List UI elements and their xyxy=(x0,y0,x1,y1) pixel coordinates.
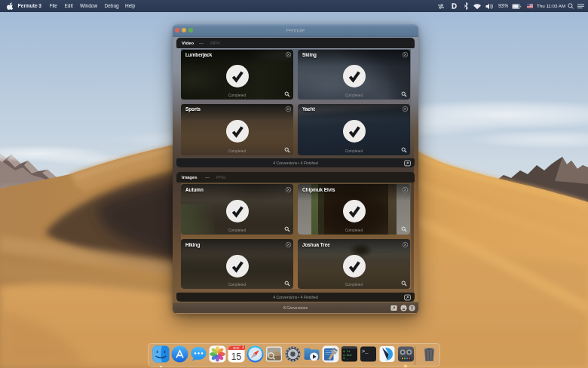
svg-text:$ ls: $ ls xyxy=(343,350,351,353)
svg-text:2: 2 xyxy=(242,345,244,349)
svg-text:NOV: NOV xyxy=(233,347,239,350)
svg-text:15: 15 xyxy=(231,351,241,362)
svg-text:a.out: a.out xyxy=(343,354,352,357)
svg-text:>_: >_ xyxy=(362,348,369,354)
svg-text:$ _: $ _ xyxy=(343,357,349,360)
